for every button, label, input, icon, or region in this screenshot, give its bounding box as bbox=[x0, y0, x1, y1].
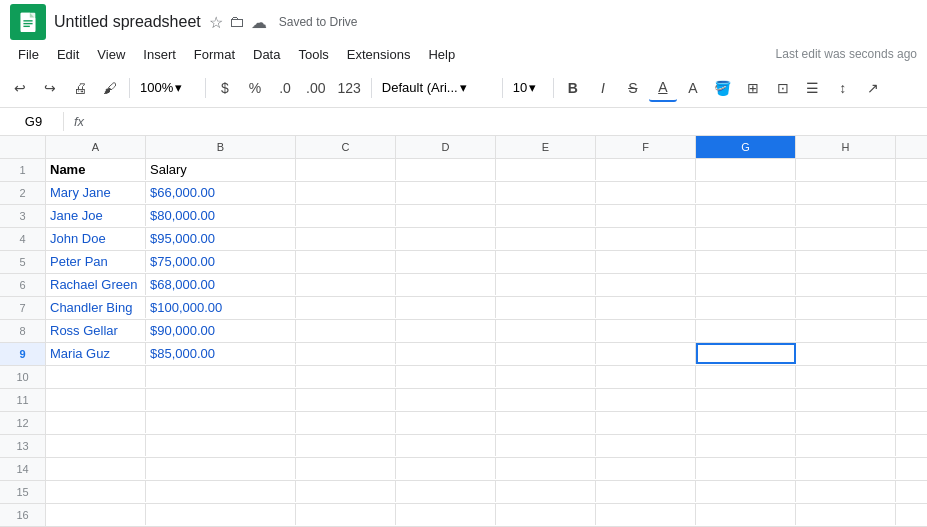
cell-b5[interactable]: $75,000.00 bbox=[146, 251, 296, 272]
cell-i10[interactable] bbox=[896, 366, 927, 387]
more-formats-button[interactable]: 123 bbox=[332, 74, 365, 102]
cell-i16[interactable] bbox=[896, 504, 927, 525]
cell-d1[interactable] bbox=[396, 159, 496, 180]
cell-g15[interactable] bbox=[696, 481, 796, 502]
cell-g12[interactable] bbox=[696, 412, 796, 433]
cell-d12[interactable] bbox=[396, 412, 496, 433]
zoom-selector[interactable]: 100% ▾ bbox=[135, 74, 200, 102]
cell-d7[interactable] bbox=[396, 297, 496, 318]
cell-b14[interactable] bbox=[146, 458, 296, 479]
cell-c9[interactable] bbox=[296, 343, 396, 364]
cell-d11[interactable] bbox=[396, 389, 496, 410]
cell-i9[interactable] bbox=[896, 343, 927, 364]
fill-color-button[interactable]: 🪣 bbox=[709, 74, 737, 102]
cell-h5[interactable] bbox=[796, 251, 896, 272]
cell-g6[interactable] bbox=[696, 274, 796, 295]
cell-g9[interactable] bbox=[696, 343, 796, 364]
cell-f1[interactable] bbox=[596, 159, 696, 180]
cell-g14[interactable] bbox=[696, 458, 796, 479]
col-header-i[interactable]: I bbox=[896, 136, 927, 158]
cell-a4[interactable]: John Doe bbox=[46, 228, 146, 249]
cell-f5[interactable] bbox=[596, 251, 696, 272]
cell-i4[interactable] bbox=[896, 228, 927, 249]
cell-g10[interactable] bbox=[696, 366, 796, 387]
cell-c13[interactable] bbox=[296, 435, 396, 456]
percent-button[interactable]: % bbox=[241, 74, 269, 102]
col-header-f[interactable]: F bbox=[596, 136, 696, 158]
cell-f13[interactable] bbox=[596, 435, 696, 456]
cell-g13[interactable] bbox=[696, 435, 796, 456]
cell-e2[interactable] bbox=[496, 182, 596, 203]
cell-c8[interactable] bbox=[296, 320, 396, 341]
cell-a7[interactable]: Chandler Bing bbox=[46, 297, 146, 318]
col-header-b[interactable]: B bbox=[146, 136, 296, 158]
cell-h11[interactable] bbox=[796, 389, 896, 410]
cell-d14[interactable] bbox=[396, 458, 496, 479]
cell-d6[interactable] bbox=[396, 274, 496, 295]
cell-e10[interactable] bbox=[496, 366, 596, 387]
cell-h4[interactable] bbox=[796, 228, 896, 249]
cell-f7[interactable] bbox=[596, 297, 696, 318]
col-header-a[interactable]: A bbox=[46, 136, 146, 158]
strikethrough-button[interactable]: S bbox=[619, 74, 647, 102]
cell-i11[interactable] bbox=[896, 389, 927, 410]
cell-c2[interactable] bbox=[296, 182, 396, 203]
cell-e7[interactable] bbox=[496, 297, 596, 318]
col-header-e[interactable]: E bbox=[496, 136, 596, 158]
cell-e4[interactable] bbox=[496, 228, 596, 249]
cell-d10[interactable] bbox=[396, 366, 496, 387]
cell-i5[interactable] bbox=[896, 251, 927, 272]
cell-a10[interactable] bbox=[46, 366, 146, 387]
cell-f4[interactable] bbox=[596, 228, 696, 249]
cell-f6[interactable] bbox=[596, 274, 696, 295]
cell-i3[interactable] bbox=[896, 205, 927, 226]
cell-h2[interactable] bbox=[796, 182, 896, 203]
menu-insert[interactable]: Insert bbox=[135, 44, 184, 65]
cell-g3[interactable] bbox=[696, 205, 796, 226]
font-size-selector[interactable]: 10 ▾ bbox=[508, 74, 548, 102]
cell-e14[interactable] bbox=[496, 458, 596, 479]
cell-i1[interactable] bbox=[896, 159, 927, 180]
cell-b11[interactable] bbox=[146, 389, 296, 410]
cell-g7[interactable] bbox=[696, 297, 796, 318]
cell-i2[interactable] bbox=[896, 182, 927, 203]
menu-file[interactable]: File bbox=[10, 44, 47, 65]
cell-g2[interactable] bbox=[696, 182, 796, 203]
cell-c16[interactable] bbox=[296, 504, 396, 525]
cell-a14[interactable] bbox=[46, 458, 146, 479]
cell-i14[interactable] bbox=[896, 458, 927, 479]
cell-b10[interactable] bbox=[146, 366, 296, 387]
cell-h16[interactable] bbox=[796, 504, 896, 525]
cell-b9[interactable]: $85,000.00 bbox=[146, 343, 296, 364]
font-family-selector[interactable]: Default (Ari... ▾ bbox=[377, 74, 497, 102]
cell-c14[interactable] bbox=[296, 458, 396, 479]
cell-a5[interactable]: Peter Pan bbox=[46, 251, 146, 272]
cell-d8[interactable] bbox=[396, 320, 496, 341]
cell-f8[interactable] bbox=[596, 320, 696, 341]
cell-b8[interactable]: $90,000.00 bbox=[146, 320, 296, 341]
cell-reference-input[interactable] bbox=[4, 112, 64, 131]
cell-a13[interactable] bbox=[46, 435, 146, 456]
cell-f9[interactable] bbox=[596, 343, 696, 364]
folder-icon[interactable]: 🗀 bbox=[229, 13, 245, 31]
cell-b1[interactable]: Salary bbox=[146, 159, 296, 180]
paint-format-button[interactable]: 🖌 bbox=[96, 74, 124, 102]
merge-cells-button[interactable]: ⊡ bbox=[769, 74, 797, 102]
menu-tools[interactable]: Tools bbox=[290, 44, 336, 65]
menu-view[interactable]: View bbox=[89, 44, 133, 65]
cell-i13[interactable] bbox=[896, 435, 927, 456]
cell-e3[interactable] bbox=[496, 205, 596, 226]
cell-d5[interactable] bbox=[396, 251, 496, 272]
redo-button[interactable]: ↪ bbox=[36, 74, 64, 102]
cell-g11[interactable] bbox=[696, 389, 796, 410]
cell-d16[interactable] bbox=[396, 504, 496, 525]
cell-h14[interactable] bbox=[796, 458, 896, 479]
col-header-d[interactable]: D bbox=[396, 136, 496, 158]
cell-d4[interactable] bbox=[396, 228, 496, 249]
cell-e16[interactable] bbox=[496, 504, 596, 525]
cell-c12[interactable] bbox=[296, 412, 396, 433]
cell-h9[interactable] bbox=[796, 343, 896, 364]
cell-e8[interactable] bbox=[496, 320, 596, 341]
text-align-button[interactable]: ☰ bbox=[799, 74, 827, 102]
cell-c3[interactable] bbox=[296, 205, 396, 226]
